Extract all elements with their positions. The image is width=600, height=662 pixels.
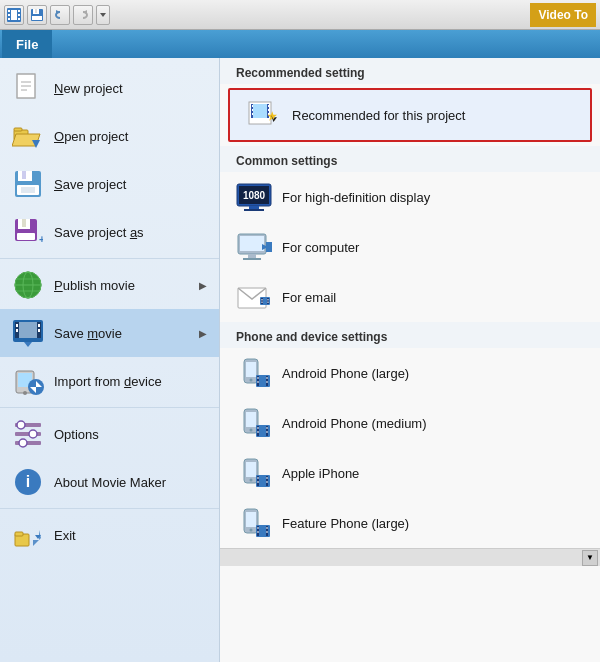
save-project-as-label: Save project as xyxy=(54,225,207,240)
sidebar-item-open-project[interactable]: Open project xyxy=(0,112,219,160)
sidebar-item-new-project[interactable]: New project xyxy=(0,64,219,112)
menubar: File xyxy=(0,30,600,58)
save-project-label: Save project xyxy=(54,177,207,192)
svg-rect-112 xyxy=(258,431,259,433)
svg-point-56 xyxy=(17,421,25,429)
sidebar-item-save-movie[interactable]: Save movie ▶ xyxy=(0,309,219,357)
publish-movie-arrow: ▶ xyxy=(199,280,207,291)
panel-item-android-medium[interactable]: Android Phone (medium) xyxy=(220,398,600,448)
exit-label: Exit xyxy=(54,528,207,543)
divider-2 xyxy=(0,407,219,408)
svg-rect-11 xyxy=(32,16,42,20)
svg-rect-132 xyxy=(258,531,259,533)
svg-rect-6 xyxy=(8,18,10,20)
panel-item-feature-large[interactable]: Feature Phone (large) xyxy=(220,498,600,548)
svg-rect-96 xyxy=(246,362,256,377)
save-movie-label: Save movie xyxy=(54,326,189,341)
sidebar-item-exit[interactable]: Exit xyxy=(0,511,219,559)
svg-point-58 xyxy=(19,439,27,447)
iphone-icon xyxy=(236,455,272,491)
panel-item-recommended-project[interactable]: Recommended for this project xyxy=(228,88,592,142)
svg-rect-111 xyxy=(258,427,259,429)
options-label: Options xyxy=(54,427,207,442)
svg-rect-62 xyxy=(15,532,23,536)
svg-rect-84 xyxy=(248,254,256,258)
svg-rect-113 xyxy=(267,427,268,429)
svg-rect-71 xyxy=(252,113,253,115)
panel-item-iphone[interactable]: Apple iPhone xyxy=(220,448,600,498)
panel-item-android-large[interactable]: Android Phone (large) xyxy=(220,348,600,398)
hd-icon: 1080 xyxy=(236,179,272,215)
svg-point-127 xyxy=(250,529,253,532)
svg-rect-116 xyxy=(246,462,256,477)
about-icon: i xyxy=(12,466,44,498)
svg-rect-44 xyxy=(16,329,18,332)
scroll-down-btn[interactable]: ▼ xyxy=(582,550,598,566)
save-movie-arrow: ▶ xyxy=(199,328,207,339)
svg-rect-74 xyxy=(268,113,269,115)
redo-toolbar-icon[interactable] xyxy=(73,5,93,25)
svg-rect-123 xyxy=(267,477,268,479)
sidebar: New project Open project xyxy=(0,58,220,662)
import-device-label: Import from device xyxy=(54,374,207,389)
svg-rect-93 xyxy=(268,299,269,301)
titlebar: Video To xyxy=(0,0,600,30)
bottom-scrollbar[interactable]: ▼ xyxy=(220,548,600,566)
feature-large-icon xyxy=(236,505,272,541)
email-label: For email xyxy=(282,290,336,305)
app-title: Video To xyxy=(530,3,596,27)
svg-point-107 xyxy=(250,429,253,432)
sidebar-item-about[interactable]: i About Movie Maker xyxy=(0,458,219,506)
sidebar-item-publish-movie[interactable]: Publish movie ▶ xyxy=(0,261,219,309)
svg-rect-1 xyxy=(8,10,10,12)
sidebar-item-options[interactable]: Options xyxy=(0,410,219,458)
svg-text:1080: 1080 xyxy=(243,190,266,201)
svg-rect-2 xyxy=(11,10,17,20)
svg-rect-31 xyxy=(17,233,35,240)
recommended-project-icon xyxy=(246,97,282,133)
panel-item-hd[interactable]: 1080 For high-definition display xyxy=(220,172,600,222)
sidebar-item-save-project-as[interactable]: + Save project as xyxy=(0,208,219,256)
svg-rect-80 xyxy=(249,206,259,209)
svg-marker-14 xyxy=(100,13,106,17)
svg-rect-72 xyxy=(268,105,269,107)
svg-rect-94 xyxy=(268,302,269,304)
svg-rect-43 xyxy=(16,324,18,327)
email-icon xyxy=(236,279,272,315)
recommended-project-label: Recommended for this project xyxy=(292,108,465,123)
save-toolbar-icon[interactable] xyxy=(27,5,47,25)
file-menu-tab[interactable]: File xyxy=(2,30,52,58)
divider-3 xyxy=(0,508,219,509)
svg-point-97 xyxy=(250,379,253,382)
panel-item-email[interactable]: For email xyxy=(220,272,600,322)
feature-large-label: Feature Phone (large) xyxy=(282,516,409,531)
svg-rect-46 xyxy=(38,329,40,332)
svg-rect-85 xyxy=(243,258,261,260)
svg-rect-25 xyxy=(22,171,26,179)
right-panel: Recommended setting xyxy=(220,58,600,662)
publish-movie-icon xyxy=(12,269,44,301)
panel-item-computer[interactable]: For computer xyxy=(220,222,600,272)
svg-rect-7 xyxy=(18,18,20,20)
filmstrip-icon xyxy=(4,5,24,25)
svg-rect-91 xyxy=(262,299,263,301)
android-large-label: Android Phone (large) xyxy=(282,366,409,381)
sidebar-item-import-device[interactable]: Import from device xyxy=(0,357,219,405)
sidebar-item-save-project[interactable]: Save project xyxy=(0,160,219,208)
svg-rect-121 xyxy=(258,477,259,479)
svg-point-57 xyxy=(29,430,37,438)
svg-rect-90 xyxy=(267,298,269,304)
svg-rect-83 xyxy=(240,236,264,251)
recommended-section-header: Recommended setting xyxy=(220,58,600,84)
undo-toolbar-icon[interactable] xyxy=(50,5,70,25)
svg-rect-81 xyxy=(244,209,264,211)
svg-marker-47 xyxy=(24,342,32,347)
svg-rect-45 xyxy=(38,324,40,327)
toolbar-dropdown-icon[interactable] xyxy=(96,5,110,25)
open-project-label: Open project xyxy=(54,129,207,144)
svg-rect-122 xyxy=(258,481,259,483)
open-project-icon xyxy=(12,120,44,152)
publish-movie-label: Publish movie xyxy=(54,278,189,293)
svg-point-117 xyxy=(250,479,253,482)
new-project-icon xyxy=(12,72,44,104)
